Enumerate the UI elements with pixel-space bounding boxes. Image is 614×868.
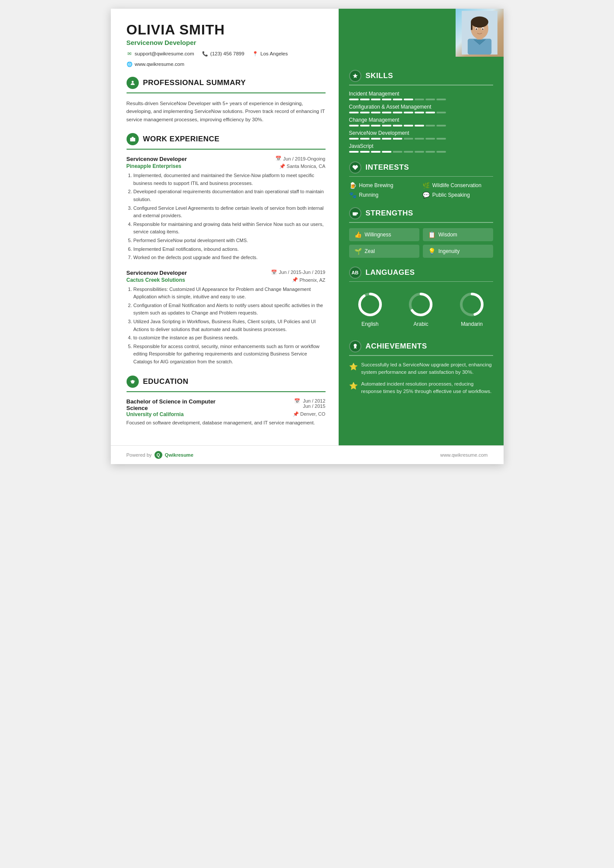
skill-dot bbox=[382, 151, 391, 153]
svg-rect-1 bbox=[130, 138, 135, 141]
skill-dot bbox=[382, 99, 391, 100]
achievements-header: ACHIEVEMENTS bbox=[349, 340, 493, 352]
strength-label: Wisdom bbox=[439, 232, 457, 238]
skill-dot bbox=[371, 151, 381, 153]
language-label: Arabic bbox=[413, 321, 428, 327]
svg-point-0 bbox=[131, 81, 134, 83]
skills-icon bbox=[349, 70, 361, 82]
calendar-icon-edu: 📅 bbox=[294, 398, 300, 404]
strength-icon: 💡 bbox=[428, 248, 436, 255]
strengths-divider bbox=[349, 222, 493, 223]
work-header: WORK EXPERIENCE bbox=[127, 133, 326, 145]
skill-dot bbox=[404, 125, 413, 126]
edu-1-dates: 📅 Jun / 2012 Jun / 2015 bbox=[294, 398, 325, 409]
job-2: Servicenow Developer 📅 Jun / 2015-Jun / … bbox=[127, 270, 326, 366]
location-icon: 📍 bbox=[252, 51, 258, 57]
contact-row: ✉ support@qwikresume.com 📞 (123) 456 789… bbox=[127, 51, 326, 57]
candidate-title: Servicenow Developer bbox=[127, 39, 326, 46]
interest-icon: 🍺 bbox=[349, 182, 357, 189]
strength-badge: 👍Willingness bbox=[349, 228, 419, 241]
skill-item: JavaScript bbox=[349, 143, 493, 153]
svg-rect-7 bbox=[471, 22, 473, 30]
strength-label: Willingness bbox=[365, 232, 391, 238]
achievement-text: Automated incident resolution processes,… bbox=[361, 380, 493, 396]
list-item: Performed ServiceNow portal development … bbox=[134, 237, 326, 245]
education-icon bbox=[127, 376, 139, 388]
skill-bar bbox=[349, 99, 493, 100]
language-label: English bbox=[361, 321, 378, 327]
edu-1-location: 📌 Denver, CO bbox=[293, 411, 326, 417]
footer-website: www.qwikresume.com bbox=[440, 452, 488, 458]
summary-icon bbox=[127, 77, 139, 89]
skill-dot bbox=[393, 99, 402, 100]
edu-1-sub: University of California 📌 Denver, CO bbox=[127, 411, 326, 417]
skill-dot bbox=[360, 138, 370, 140]
job-2-sub: Cactus Creek Solutions 📌 Phoenix, AZ bbox=[127, 277, 326, 283]
skill-item: Configuration & Asset Management bbox=[349, 104, 493, 113]
job-1-dates: 📅 Jun / 2019-Ongoing bbox=[275, 156, 326, 161]
calendar-icon-2: 📅 bbox=[271, 270, 277, 275]
work-title: WORK EXPERIENCE bbox=[143, 135, 220, 144]
powered-by-text: Powered by bbox=[127, 452, 152, 458]
strength-icon: 📋 bbox=[428, 231, 436, 238]
strengths-header: STRENGTHS bbox=[349, 207, 493, 219]
interests-icon bbox=[349, 161, 361, 174]
education-header: EDUCATION bbox=[127, 376, 326, 388]
phone-value: (123) 456 7899 bbox=[210, 51, 244, 56]
footer-brand: Qwikresume bbox=[165, 452, 193, 458]
strength-label: Zeal bbox=[365, 248, 375, 254]
achievements-list: ⭐Successfully led a ServiceNow upgrade p… bbox=[349, 361, 493, 396]
web-icon: 🌐 bbox=[127, 61, 133, 67]
contact-row-2: 🌐 www.qwikresume.com bbox=[127, 61, 326, 67]
pin-icon-edu: 📌 bbox=[293, 411, 299, 417]
list-item: Responsible for access control, security… bbox=[134, 343, 326, 366]
education-title: EDUCATION bbox=[143, 377, 189, 386]
skill-dot bbox=[360, 151, 370, 153]
calendar-icon: 📅 bbox=[275, 156, 281, 161]
strength-badge: 💡Ingenuity bbox=[423, 245, 493, 258]
interest-icon: 🌿 bbox=[422, 182, 430, 189]
interest-icon: 💬 bbox=[422, 191, 430, 198]
skill-name: Configuration & Asset Management bbox=[349, 104, 493, 110]
contact-phone: 📞 (123) 456 7899 bbox=[202, 51, 244, 57]
interests-divider bbox=[349, 176, 493, 177]
location-value: Los Angeles bbox=[261, 51, 288, 56]
edu-date-col: Jun / 2012 Jun / 2015 bbox=[303, 398, 325, 409]
interest-item: 🌿Wildlife Conservation bbox=[422, 182, 493, 189]
strength-badge: 🌱Zeal bbox=[349, 245, 419, 258]
job-2-location: 📌 Phoenix, AZ bbox=[292, 277, 325, 283]
summary-title: PROFESSIONAL SUMMARY bbox=[143, 79, 246, 87]
website-value: www.qwikresume.com bbox=[135, 62, 185, 67]
achievement-text: Successfully led a ServiceNow upgrade pr… bbox=[361, 361, 493, 376]
skill-dot bbox=[349, 138, 359, 140]
skill-item: Incident Management bbox=[349, 91, 493, 100]
education-divider bbox=[127, 391, 326, 392]
skill-dot bbox=[404, 138, 413, 140]
skills-list: Incident ManagementConfiguration & Asset… bbox=[349, 91, 493, 153]
skill-dot bbox=[393, 138, 402, 140]
skill-dot bbox=[436, 138, 446, 140]
skill-name: Incident Management bbox=[349, 91, 493, 97]
svg-point-6 bbox=[471, 17, 488, 27]
skill-name: Change Management bbox=[349, 117, 493, 123]
skill-bar bbox=[349, 138, 493, 140]
skill-dot bbox=[393, 125, 402, 126]
skill-dot bbox=[349, 125, 359, 126]
footer-logo: Q bbox=[154, 451, 162, 459]
interests-header: INTERESTS bbox=[349, 161, 493, 174]
interest-icon: 🐾 bbox=[349, 191, 357, 198]
language-item: Mandarin bbox=[459, 291, 485, 327]
list-item: Worked on the defects post upgrade and f… bbox=[134, 254, 326, 262]
strengths-title: STRENGTHS bbox=[366, 209, 413, 218]
job-1: Servicenow Developer 📅 Jun / 2019-Ongoin… bbox=[127, 156, 326, 262]
achievements-icon bbox=[349, 340, 361, 352]
list-item: to customize the instance as per Busines… bbox=[134, 334, 326, 342]
language-item: English bbox=[357, 291, 383, 327]
skills-header: SKILLS bbox=[349, 70, 493, 82]
right-content: SKILLS Incident ManagementConfiguration … bbox=[339, 57, 504, 396]
skill-dot bbox=[371, 138, 381, 140]
skill-dot bbox=[371, 112, 381, 113]
skill-bar bbox=[349, 151, 493, 153]
edu-1-header: Bachelor of Science in Computer Science … bbox=[127, 398, 326, 411]
strength-badge: 📋Wisdom bbox=[423, 228, 493, 241]
